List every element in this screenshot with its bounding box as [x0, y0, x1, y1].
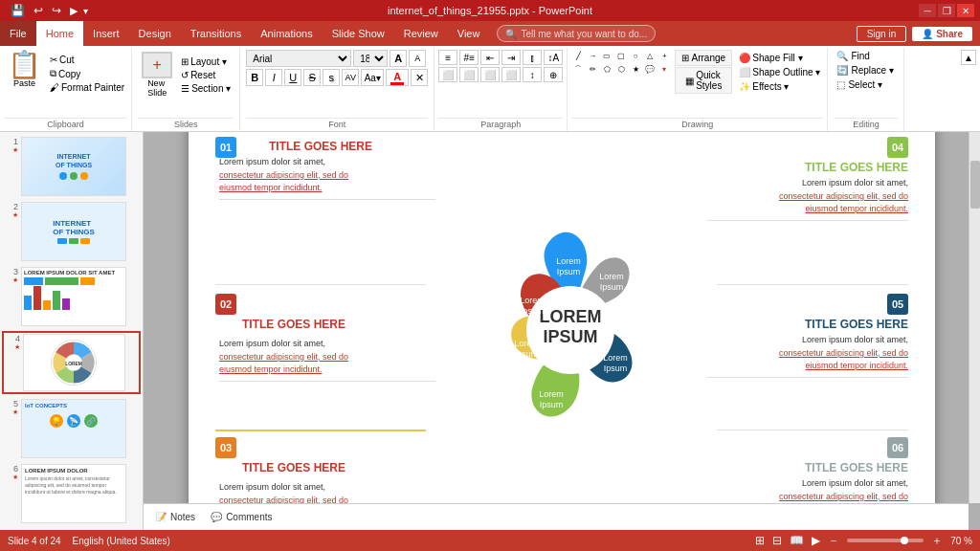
increase-indent-btn[interactable]: ⇥ — [501, 50, 521, 65]
undo-qat-btn[interactable]: ↩ — [31, 3, 46, 18]
convert-smartart-btn[interactable]: ⊕ — [544, 67, 563, 82]
restore-btn[interactable]: ❐ — [938, 4, 955, 17]
decrease-indent-btn[interactable]: ⇤ — [480, 50, 500, 65]
zoom-slider[interactable] — [847, 539, 924, 542]
columns-btn[interactable]: ⫿ — [523, 50, 542, 65]
align-center-btn[interactable]: ⬜ — [459, 67, 479, 82]
align-right-btn[interactable]: ⬜ — [480, 67, 500, 82]
section-btn[interactable]: ☰Section ▾ — [178, 82, 234, 95]
notes-btn[interactable]: 📝 Notes — [155, 512, 195, 522]
tell-me-box[interactable]: 🔍 Tell me what you want to do... — [497, 25, 656, 42]
bold-btn[interactable]: B — [246, 69, 263, 86]
font-family-select[interactable]: Arial — [246, 50, 351, 67]
bullets-btn[interactable]: ≡ — [438, 50, 457, 65]
redo-qat-btn[interactable]: ↪ — [49, 3, 64, 18]
present-qat-btn[interactable]: ▶ — [67, 4, 80, 18]
clear-format-btn[interactable]: ✕ — [411, 69, 428, 86]
hexagon-btn[interactable]: ⬡ — [614, 63, 628, 76]
slide-thumb-1[interactable]: 1 ★ INTERNET OF THINGS — [2, 136, 141, 197]
main-area: 1 ★ INTERNET OF THINGS 2 ★ — [0, 132, 980, 530]
arrange-btn[interactable]: ⊞Arrange — [675, 50, 732, 66]
menu-transitions[interactable]: Transitions — [181, 21, 251, 46]
slide-thumb-5[interactable]: 5 ★ IoT CONCEPTS 💡 📡 🔗 — [2, 398, 141, 459]
shape-effects-btn[interactable]: ✨Effects ▾ — [736, 80, 823, 93]
menu-animations[interactable]: Animations — [251, 21, 322, 46]
ribbon-collapse-btn[interactable]: ▲ — [961, 50, 976, 65]
shape-outline-btn[interactable]: ⬜Shape Outline ▾ — [736, 66, 823, 78]
slide-thumb-6[interactable]: 6 ★ LOREM IPSUM DOLOR Lorem ipsum dolor … — [2, 463, 141, 524]
increase-font-btn[interactable]: A — [390, 50, 407, 67]
paste-btn[interactable]: 📋 Paste — [4, 50, 45, 90]
rrect-shape-btn[interactable]: ▢ — [614, 50, 628, 62]
editing-group: 🔍Find 🔄Replace ▾ ⬚Select ▾ Editing — [828, 48, 904, 131]
menu-review[interactable]: Review — [394, 21, 448, 46]
slide-panel: 1 ★ INTERNET OF THINGS 2 ★ — [0, 132, 144, 530]
close-btn[interactable]: ✕ — [957, 4, 974, 17]
slide-thumb-3[interactable]: 3 ★ LOREM IPSUM DOLOR SIT AMET — [2, 266, 141, 327]
menu-insert[interactable]: Insert — [83, 21, 129, 46]
view-reading-btn[interactable]: 📖 — [790, 534, 804, 547]
numbering-btn[interactable]: #≡ — [459, 50, 479, 65]
layout-btn[interactable]: ⊞Layout ▾ — [178, 55, 234, 68]
pentagon-btn[interactable]: ⬠ — [600, 63, 613, 76]
curve-btn[interactable]: ⌒ — [571, 63, 585, 76]
menu-design[interactable]: Design — [129, 21, 181, 46]
slide-thumb-4[interactable]: 4 ★ LOREM — [2, 331, 141, 394]
callout-btn[interactable]: 💬 — [643, 63, 657, 76]
rect-shape-btn[interactable]: ▭ — [600, 50, 613, 62]
menu-home[interactable]: Home — [36, 21, 83, 46]
arrow-shape-btn[interactable]: → — [586, 50, 599, 62]
vertical-scrollbar[interactable] — [969, 132, 980, 503]
svg-text:IPSUM: IPSUM — [543, 327, 597, 346]
strikethrough-btn[interactable]: S — [303, 69, 321, 86]
new-slide-btn[interactable]: + NewSlide — [138, 50, 176, 99]
view-sorter-btn[interactable]: ⊟ — [772, 534, 782, 547]
select-btn[interactable]: ⬚Select ▾ — [834, 78, 898, 91]
reset-btn[interactable]: ↺Reset — [178, 69, 234, 81]
customize-qat-btn[interactable]: ▾ — [83, 6, 88, 16]
line-shape-btn[interactable]: ╱ — [571, 50, 585, 62]
textshadow-btn[interactable]: s — [323, 69, 340, 86]
copy-btn[interactable]: ⧉Copy — [47, 67, 127, 80]
signin-btn[interactable]: Sign in — [857, 26, 907, 42]
view-normal-btn[interactable]: ⊞ — [755, 534, 765, 547]
zoom-out-btn[interactable]: － — [828, 533, 839, 549]
oval-shape-btn[interactable]: ○ — [629, 50, 642, 62]
spacing-btn[interactable]: AV — [342, 69, 359, 86]
line-spacing-btn[interactable]: ↕ — [523, 67, 542, 82]
text-direction-btn[interactable]: ↕A — [544, 50, 563, 65]
view-slideshow-btn[interactable]: ▶ — [812, 534, 820, 547]
underline-btn[interactable]: U — [284, 69, 301, 86]
zoom-in-btn[interactable]: ＋ — [931, 533, 943, 549]
replace-btn[interactable]: 🔄Replace ▾ — [834, 64, 898, 77]
slide-canvas[interactable]: 01 TITLE GOES HERE Lorem ipsum dolor sit… — [189, 132, 935, 530]
align-left-btn[interactable]: ⬜ — [438, 67, 457, 82]
drawing-group: ╱ → ▭ ▢ ○ △ + ⌒ ✏ ⬠ ⬡ ★ 💬 ▾ — [568, 48, 828, 131]
more2-shapes-btn[interactable]: ▾ — [657, 63, 671, 76]
minimize-btn[interactable]: ─ — [919, 4, 936, 17]
italic-btn[interactable]: I — [265, 69, 282, 86]
quick-styles-btn[interactable]: ▦QuickStyles — [675, 67, 732, 94]
menu-slideshow[interactable]: Slide Show — [323, 21, 394, 46]
decrease-font-btn[interactable]: A — [409, 50, 426, 67]
format-painter-btn[interactable]: 🖌Format Painter — [47, 81, 127, 94]
menu-file[interactable]: File — [0, 21, 36, 46]
star-btn[interactable]: ★ — [629, 63, 642, 76]
box4-title: TITLE GOES HERE — [707, 161, 908, 174]
tri-shape-btn[interactable]: △ — [643, 50, 657, 62]
cut-btn[interactable]: ✂Cut — [47, 54, 127, 66]
comments-btn[interactable]: 💬 Comments — [211, 512, 272, 522]
slide-thumb-2[interactable]: 2 ★ INTERNETOF THINGS — [2, 201, 141, 262]
more-shapes-btn[interactable]: + — [657, 50, 671, 62]
share-btn[interactable]: 👤Share — [912, 27, 972, 41]
freeform-btn[interactable]: ✏ — [586, 63, 599, 76]
font-color-btn[interactable]: A — [386, 69, 409, 86]
case-btn[interactable]: Aa▾ — [361, 69, 384, 86]
justify-btn[interactable]: ⬜ — [501, 67, 521, 82]
shape-fill-btn[interactable]: 🔴Shape Fill ▾ — [736, 52, 823, 64]
save-qat-btn[interactable]: 💾 — [8, 3, 28, 18]
menu-view[interactable]: View — [448, 21, 490, 46]
svg-text:Ipsum: Ipsum — [604, 364, 628, 373]
font-size-select[interactable]: 18 — [353, 50, 388, 67]
find-btn[interactable]: 🔍Find — [834, 50, 898, 62]
